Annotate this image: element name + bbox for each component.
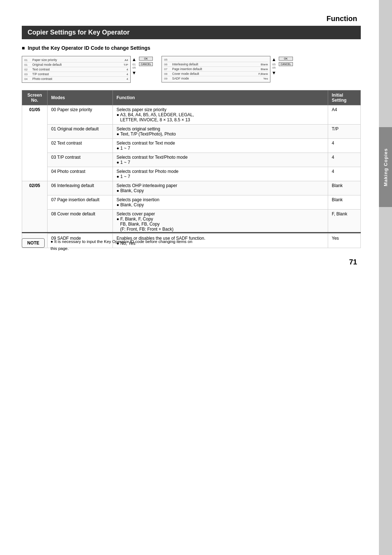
cancel-button-right[interactable]: CANCEL: [279, 62, 293, 66]
screen-left-row-0: 01 Paper size priority A4: [24, 58, 128, 62]
function-cover: Selects cover paper F, Blank, F, Copy FB…: [113, 210, 328, 234]
right-edge-bar: [379, 0, 392, 555]
sub-heading: Input the Key Operator ID Code to change…: [22, 45, 361, 51]
initial-cover: F, Blank: [328, 210, 361, 234]
table-row: 01/05 00 Paper size priority Selects pap…: [22, 105, 361, 125]
note-section: NOTE ● It is necessary to input the Key …: [22, 232, 361, 252]
note-line2: this page.: [50, 246, 69, 251]
screen-right-box: 05 06 Interleaving default Blank 07 Page…: [162, 56, 270, 82]
screen-left-row-2: 02 Text contrast 4: [24, 67, 128, 72]
page-number: 71: [349, 258, 357, 266]
note-label: NOTE: [22, 238, 45, 248]
screen-left-row-4: 04 Photo contrast 4: [24, 77, 128, 81]
scroll-up-icon-right[interactable]: ▲: [271, 57, 276, 62]
table-row: 01 Original mode default Selects origina…: [22, 125, 361, 139]
col-header-initial: InitialSetting: [328, 90, 361, 105]
note-line1: ● It is necessary to input the Key Opera…: [50, 239, 192, 244]
initial-page-insertion: Blank: [328, 195, 361, 210]
screen-left-row-1: 01 Original mode default T/P: [24, 62, 128, 67]
mode-original: 01 Original mode default: [48, 125, 113, 139]
table-row: 02/05 06 Interleaving default Selects OH…: [22, 181, 361, 195]
mode-page-insertion: 07 Page insertion default: [48, 195, 113, 210]
scroll-down-icon-left[interactable]: ▼: [132, 70, 136, 76]
mode-cover: 08 Cover mode default: [48, 210, 113, 234]
mode-tp-contrast: 03 T/P contrast: [48, 153, 113, 167]
col-header-function: Function: [113, 90, 328, 105]
col-header-modes: Modes: [48, 90, 113, 105]
screen-no-0105: 01/05: [22, 105, 48, 181]
function-label: Function: [22, 15, 361, 23]
section-header: Copier Settings for Key Operator: [22, 26, 361, 39]
table-row: 03 T/P contrast Selects contrast for Tex…: [22, 153, 361, 167]
mode-text-contrast: 02 Text contrast: [48, 139, 113, 153]
screen-right-row-2: 07 Page insertion default Blank: [164, 67, 268, 72]
screen-left: 01 Paper size priority A4 01 Original mo…: [22, 56, 154, 83]
side-tab-label: Making Copies: [383, 148, 388, 186]
screen-right-row-3: 08 Cover mode default F,Blank: [164, 72, 268, 76]
initial-paper-size: A4: [328, 105, 361, 125]
table-row: 02 Text contrast Selects contrast for Te…: [22, 139, 361, 153]
initial-original: T/P: [328, 125, 361, 139]
screen-left-box: 01 Paper size priority A4 01 Original mo…: [22, 56, 131, 83]
ok-button-right[interactable]: OK: [279, 57, 293, 61]
initial-photo-contrast: 4: [328, 167, 361, 181]
function-tp-contrast: Selects contrast for Text/Photo mode 1 ~…: [113, 153, 328, 167]
initial-tp-contrast: 4: [328, 153, 361, 167]
scroll-down-icon-right[interactable]: ▼: [271, 70, 276, 76]
function-interleaving: Selects OHP interleaving paper Blank, Co…: [113, 181, 328, 195]
initial-text-contrast: 4: [328, 139, 361, 153]
table-row: 07 Page insertion default Selects page i…: [22, 195, 361, 210]
mode-interleaving: 06 Interleaving default: [48, 181, 113, 195]
side-tab: Making Copies: [379, 127, 392, 207]
screen-right: 05 06 Interleaving default Blank 07 Page…: [162, 56, 294, 83]
settings-table: ScreenNo. Modes Function InitialSetting …: [22, 90, 361, 248]
function-page-insertion: Selects page insertion Blank, Copy: [113, 195, 328, 210]
screen-right-row-4: 09 SADF mode Yes: [164, 76, 268, 81]
initial-interleaving: Blank: [328, 181, 361, 195]
ok-button-left[interactable]: OK: [139, 57, 153, 61]
screen-mockup-area: 01 Paper size priority A4 01 Original mo…: [22, 56, 361, 83]
screen-right-row-1: 06 Interleaving default Blank: [164, 62, 268, 67]
function-photo-contrast: Selects contrast for Photo mode 1 ~ 7: [113, 167, 328, 181]
scroll-up-icon-left[interactable]: ▲: [132, 57, 136, 62]
function-original: Selects original setting Text, T/P (Text…: [113, 125, 328, 139]
mode-paper-size: 00 Paper size priority: [48, 105, 113, 125]
note-text: ● It is necessary to input the Key Opera…: [50, 238, 192, 252]
mode-photo-contrast: 04 Photo contrast: [48, 167, 113, 181]
col-header-screen-no: ScreenNo.: [22, 90, 48, 105]
function-paper-size: Selects paper size priority A3, B4, A4, …: [113, 105, 328, 125]
function-text-contrast: Selects contrast for Text mode 1 ~ 7: [113, 139, 328, 153]
table-row: 08 Cover mode default Selects cover pape…: [22, 210, 361, 234]
table-row: 04 Photo contrast Selects contrast for P…: [22, 167, 361, 181]
screen-right-row-0: 05: [164, 58, 268, 62]
cancel-button-left[interactable]: CANCEL: [139, 62, 153, 66]
screen-left-row-3: 03 T/P contrast 4: [24, 72, 128, 77]
